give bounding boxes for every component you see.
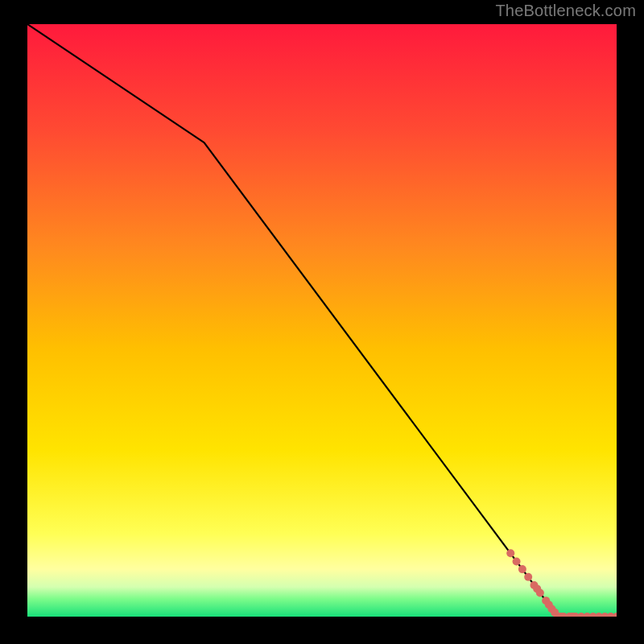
data-point (506, 549, 514, 557)
gradient-background (27, 24, 617, 617)
plot-area (27, 24, 617, 617)
data-point (536, 589, 544, 597)
attribution-text: TheBottleneck.com (495, 2, 636, 20)
data-point (518, 565, 526, 573)
data-point (513, 558, 521, 566)
data-point (524, 573, 532, 581)
chart-frame: TheBottleneck.com (0, 0, 644, 644)
chart-svg (27, 24, 617, 617)
